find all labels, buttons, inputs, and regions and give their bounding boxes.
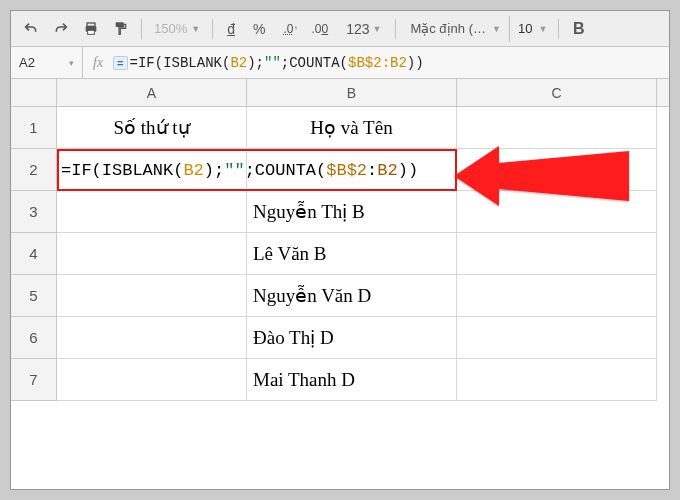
chevron-down-icon: ▼ bbox=[191, 24, 200, 34]
row-header[interactable]: 7 bbox=[11, 359, 57, 401]
toolbar: 150% ▼ đ % .0, .00 123 ▼ Mặc định (… ▼ 1… bbox=[11, 11, 669, 47]
cell[interactable] bbox=[457, 107, 657, 149]
increase-decimal-button[interactable]: .00 bbox=[303, 15, 336, 43]
cell[interactable] bbox=[457, 359, 657, 401]
fx-label: fx bbox=[83, 55, 113, 71]
spreadsheet-app: 150% ▼ đ % .0, .00 123 ▼ Mặc định (… ▼ 1… bbox=[10, 10, 670, 490]
cell[interactable]: Nguyễn Thị B bbox=[247, 191, 457, 233]
cell[interactable]: Nguyễn Văn D bbox=[247, 275, 457, 317]
currency-button[interactable]: đ bbox=[219, 15, 243, 43]
paint-icon bbox=[113, 21, 129, 37]
cell[interactable]: Đào Thị D bbox=[247, 317, 457, 359]
row-header[interactable]: 5 bbox=[11, 275, 57, 317]
cell[interactable] bbox=[457, 275, 657, 317]
cell[interactable] bbox=[457, 233, 657, 275]
cell-reference: A2 bbox=[19, 55, 35, 70]
print-button[interactable] bbox=[77, 15, 105, 43]
row-header[interactable]: 3 bbox=[11, 191, 57, 233]
more-formats-button[interactable]: 123 ▼ bbox=[338, 15, 389, 43]
cell[interactable] bbox=[57, 317, 247, 359]
print-icon bbox=[83, 21, 99, 37]
grid-body: 1 Số thứ tự Họ và Tên 2 =IF(ISBLANK(B2);… bbox=[11, 107, 669, 401]
font-select[interactable]: Mặc định (… ▼ bbox=[402, 16, 510, 42]
zoom-value: 150% bbox=[154, 21, 187, 36]
inline-formula-editor[interactable]: =IF(ISBLANK(B2);"";COUNTA($B$2:B2)) bbox=[59, 149, 418, 191]
column-headers: A B C bbox=[11, 79, 669, 107]
undo-button[interactable] bbox=[17, 15, 45, 43]
bold-button[interactable]: B bbox=[565, 15, 593, 43]
row-header[interactable]: 2 bbox=[11, 149, 57, 191]
svg-rect-0 bbox=[87, 23, 95, 26]
select-all-corner[interactable] bbox=[11, 79, 57, 106]
row-header[interactable]: 1 bbox=[11, 107, 57, 149]
cell[interactable] bbox=[457, 191, 657, 233]
table-row: 4 Lê Văn B bbox=[11, 233, 669, 275]
cell[interactable] bbox=[57, 191, 247, 233]
separator bbox=[141, 19, 142, 39]
table-row: 5 Nguyễn Văn D bbox=[11, 275, 669, 317]
percent-button[interactable]: % bbox=[245, 15, 273, 43]
cell[interactable] bbox=[57, 233, 247, 275]
name-box[interactable]: A2 ▾ bbox=[11, 47, 83, 78]
cell[interactable] bbox=[457, 317, 657, 359]
table-row: 3 Nguyễn Thị B bbox=[11, 191, 669, 233]
font-size-select[interactable]: 10 ▼ bbox=[512, 15, 552, 43]
undo-icon bbox=[23, 21, 39, 37]
svg-rect-3 bbox=[116, 22, 124, 27]
redo-button[interactable] bbox=[47, 15, 75, 43]
col-header-C[interactable]: C bbox=[457, 79, 657, 106]
grid[interactable]: A B C 1 Số thứ tự Họ và Tên 2 =IF(ISBLAN… bbox=[11, 79, 669, 401]
cell[interactable] bbox=[57, 359, 247, 401]
chevron-down-icon: ▼ bbox=[538, 24, 547, 34]
formula-bar: A2 ▾ fx = =IF(ISBLANK(B2);"";COUNTA($B$2… bbox=[11, 47, 669, 79]
cell[interactable]: Lê Văn B bbox=[247, 233, 457, 275]
decrease-decimal-button[interactable]: .0, bbox=[275, 15, 301, 43]
cell[interactable] bbox=[457, 149, 657, 191]
chevron-down-icon: ▾ bbox=[69, 58, 74, 68]
cell[interactable]: Số thứ tự bbox=[57, 107, 247, 149]
zoom-select[interactable]: 150% ▼ bbox=[148, 21, 206, 36]
separator bbox=[395, 19, 396, 39]
row-header[interactable]: 6 bbox=[11, 317, 57, 359]
equals-badge: = bbox=[113, 56, 127, 70]
chevron-down-icon: ▼ bbox=[373, 24, 382, 34]
col-header-B[interactable]: B bbox=[247, 79, 457, 106]
cell[interactable]: Mai Thanh D bbox=[247, 359, 457, 401]
redo-icon bbox=[53, 21, 69, 37]
table-row: 6 Đào Thị D bbox=[11, 317, 669, 359]
table-row: 7 Mai Thanh D bbox=[11, 359, 669, 401]
formula-input[interactable]: = =IF(ISBLANK(B2);"";COUNTA($B$2:B2)) bbox=[113, 55, 424, 71]
separator bbox=[558, 19, 559, 39]
svg-rect-2 bbox=[88, 30, 95, 34]
paint-format-button[interactable] bbox=[107, 15, 135, 43]
chevron-down-icon: ▼ bbox=[492, 24, 501, 34]
row-header[interactable]: 4 bbox=[11, 233, 57, 275]
col-header-A[interactable]: A bbox=[57, 79, 247, 106]
table-row: 1 Số thứ tự Họ và Tên bbox=[11, 107, 669, 149]
cell[interactable]: Họ và Tên bbox=[247, 107, 457, 149]
separator bbox=[212, 19, 213, 39]
cell[interactable] bbox=[57, 275, 247, 317]
